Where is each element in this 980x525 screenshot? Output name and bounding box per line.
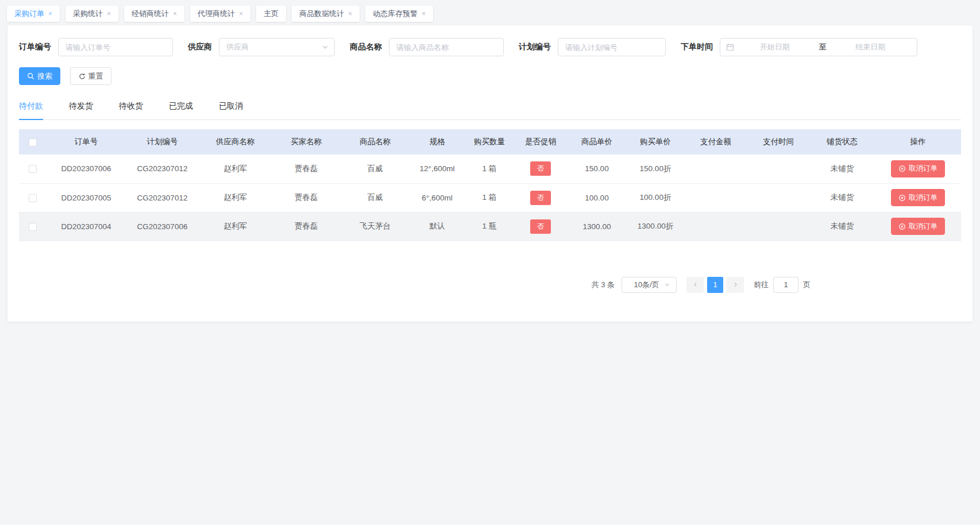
top-tab-purchase-stats[interactable]: 采购统计 ×: [65, 6, 118, 22]
top-tab-agent-stats[interactable]: 代理商统计 ×: [190, 6, 250, 22]
page-size-select[interactable]: 10条/页: [622, 277, 677, 293]
cell-buyer: 贾春磊: [272, 212, 341, 241]
tab-pending-shipment[interactable]: 待发货: [69, 101, 93, 119]
page-number-button[interactable]: 1: [707, 277, 723, 293]
cancel-order-button[interactable]: 取消订单: [891, 160, 945, 177]
order-status-tabs: 待付款 待发货 待收货 已完成 已取消: [19, 101, 961, 120]
cell-buy-price: 100.00折: [627, 183, 684, 212]
chevron-left-icon: [692, 281, 699, 288]
cell-actions: 取消订单: [875, 183, 961, 212]
top-tab-purchase-orders[interactable]: 采购订单 ×: [7, 6, 60, 22]
chevron-down-icon: [322, 44, 329, 51]
goto-label: 前往: [754, 280, 769, 290]
tab-cancelled[interactable]: 已取消: [219, 101, 243, 119]
plan-no-label: 计划编号: [519, 42, 551, 52]
page-unit-label: 页: [803, 280, 811, 290]
table-header-row: 订单号 计划编号 供应商名称 买家名称 商品名称 规格 购买数量 是否促销 商品…: [19, 129, 961, 155]
close-icon[interactable]: ×: [348, 10, 352, 17]
reset-button[interactable]: 重置: [70, 67, 111, 85]
col-plan-no: 计划编号: [126, 129, 199, 155]
cell-product: 百威: [341, 155, 410, 183]
row-checkbox-cell: [19, 155, 47, 183]
cell-product: 飞天茅台: [341, 212, 410, 241]
close-icon[interactable]: ×: [48, 10, 52, 17]
cell-spec: 6°,600ml: [410, 183, 465, 212]
refresh-icon: [79, 73, 86, 80]
col-spec: 规格: [410, 129, 465, 155]
order-time-range-picker[interactable]: 开始日期 至 结束日期: [720, 38, 917, 56]
plan-no-input[interactable]: [558, 38, 666, 56]
cell-qty: 1 箱: [465, 183, 514, 212]
cell-pay-amount: [684, 212, 747, 241]
promo-tag: 否: [530, 191, 551, 205]
pagination: 共 3 条 10条/页 1 前往 页: [19, 277, 961, 293]
cancel-order-button[interactable]: 取消订单: [891, 189, 945, 206]
select-all-checkbox[interactable]: [29, 138, 37, 146]
circle-cross-icon: [898, 194, 906, 202]
top-tab-stock-warning[interactable]: 动态库存预警 ×: [365, 6, 433, 22]
content-card: 订单编号 供应商 供应商 商品名称 计划编号 下单时间 开始日期 至 结束日期: [7, 25, 973, 322]
cell-plan-no: CG202307012: [126, 155, 199, 183]
cell-buy-price: 1300.00折: [627, 212, 684, 241]
tab-pending-receipt[interactable]: 待收货: [119, 101, 143, 119]
close-icon[interactable]: ×: [239, 10, 243, 17]
cell-unit-price: 1300.00: [567, 212, 627, 241]
chevron-right-icon: [732, 281, 739, 288]
top-tab-label: 采购统计: [73, 9, 103, 19]
top-tab-label: 商品数据统计: [299, 9, 344, 19]
cell-stock-status: 未铺货: [809, 183, 875, 212]
next-page-button[interactable]: [727, 277, 744, 293]
col-actions: 操作: [875, 129, 961, 155]
goto-page-input[interactable]: [773, 277, 798, 293]
close-icon[interactable]: ×: [173, 10, 177, 17]
search-button[interactable]: 搜索: [19, 67, 60, 85]
col-order-no: 订单号: [47, 129, 126, 155]
top-tab-product-data-stats[interactable]: 商品数据统计 ×: [292, 6, 360, 22]
prev-page-button[interactable]: [686, 277, 704, 293]
row-checkbox[interactable]: [29, 165, 37, 173]
cell-order-no: DD202307006: [47, 155, 126, 183]
cell-actions: 取消订单: [875, 212, 961, 241]
top-tab-label: 经销商统计: [132, 9, 169, 19]
order-time-label: 下单时间: [681, 42, 713, 52]
table-row: DD202307006 CG202307012 赵利军 贾春磊 百威 12°,6…: [19, 155, 961, 183]
col-buyer: 买家名称: [272, 129, 341, 155]
reset-button-label: 重置: [88, 71, 103, 82]
cell-plan-no: CG202307006: [126, 212, 199, 241]
tab-completed[interactable]: 已完成: [169, 101, 193, 119]
cell-spec: 默认: [410, 212, 465, 241]
cell-unit-price: 100.00: [567, 183, 627, 212]
start-date-placeholder[interactable]: 开始日期: [734, 42, 816, 52]
cell-plan-no: CG202307012: [126, 183, 199, 212]
cell-actions: 取消订单: [875, 155, 961, 183]
col-unit-price: 商品单价: [567, 129, 627, 155]
search-icon: [27, 72, 34, 80]
row-checkbox[interactable]: [29, 194, 37, 202]
search-form: 订单编号 供应商 供应商 商品名称 计划编号 下单时间 开始日期 至 结束日期: [19, 38, 961, 56]
cell-promo: 否: [514, 155, 567, 183]
top-tab-home[interactable]: 主页: [256, 6, 286, 22]
cell-qty: 1 箱: [465, 155, 514, 183]
cell-supplier: 赵利军: [199, 183, 272, 212]
tab-pending-payment[interactable]: 待付款: [19, 101, 43, 119]
cell-supplier: 赵利军: [199, 212, 272, 241]
cell-order-no: DD202307004: [47, 212, 126, 241]
cell-buyer: 贾春磊: [272, 183, 341, 212]
supplier-select[interactable]: 供应商: [219, 38, 335, 56]
row-checkbox-cell: [19, 183, 47, 212]
circle-cross-icon: [898, 165, 906, 172]
row-checkbox[interactable]: [29, 223, 37, 231]
close-icon[interactable]: ×: [107, 10, 111, 17]
cancel-order-label: 取消订单: [909, 222, 937, 231]
supplier-select-value: 供应商: [226, 42, 322, 52]
end-date-placeholder[interactable]: 结束日期: [830, 42, 912, 52]
cell-supplier: 赵利军: [199, 155, 272, 183]
product-name-input[interactable]: [389, 38, 504, 56]
cancel-order-button[interactable]: 取消订单: [891, 218, 945, 235]
top-tab-dealer-stats[interactable]: 经销商统计 ×: [124, 6, 184, 22]
cell-unit-price: 150.00: [567, 155, 627, 183]
close-icon[interactable]: ×: [422, 10, 426, 17]
cell-buyer: 贾春磊: [272, 155, 341, 183]
table-row: DD202307005 CG202307012 赵利军 贾春磊 百威 6°,60…: [19, 183, 961, 212]
order-no-input[interactable]: [58, 38, 173, 56]
